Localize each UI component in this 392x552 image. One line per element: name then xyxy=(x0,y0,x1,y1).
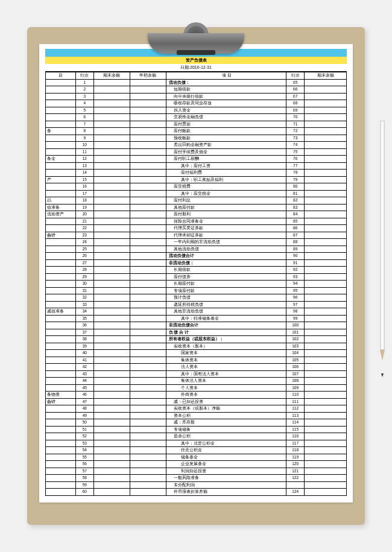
table-row: 56企业发展基金120 xyxy=(46,461,347,468)
table-row: 备物资46外商资本110 xyxy=(46,392,347,399)
table-row: 减值准备34其他非流动负债98 xyxy=(46,308,347,316)
table-row: 36非流动负债合计100 xyxy=(46,322,347,329)
table-header-row: 目 行次 期末余额 年初余额 项 目 行次 期末余额 xyxy=(46,72,347,80)
table-row: 产15其中：职工奖励及福利79 xyxy=(46,176,347,183)
table-row: 54任意公积金118 xyxy=(46,447,347,454)
table-row: 44集体法人资本108 xyxy=(46,378,347,385)
table-row: 17其中：应交税金81 xyxy=(46,190,347,197)
table-row: 10卖出回购金融资产款74 xyxy=(46,142,347,149)
table-row: 45个人资本109 xyxy=(46,384,347,392)
table-row: 48实收资本（或股本）净额112 xyxy=(46,405,347,413)
table-row: 57利润归还投资121 xyxy=(46,468,347,475)
table-row: 21保险合同准备金85 xyxy=(46,218,347,225)
table-row: 41集体资本105 xyxy=(46,357,347,364)
col-header: 年初余额 xyxy=(130,72,166,80)
table-row: 26流动负债合计90 xyxy=(46,253,347,260)
table-row: 39实收资本（股本）103 xyxy=(46,343,347,350)
col-header: 期末余额 xyxy=(93,72,130,80)
table-row: 51专项储备115 xyxy=(46,426,347,433)
col-header: 项 目 xyxy=(166,72,286,80)
table-row: 52盈余公积116 xyxy=(46,433,347,440)
table-row: 流动资产20应付股利84 xyxy=(46,211,347,218)
col-header: 行次 xyxy=(286,72,305,80)
table-row: 30长期应付款94 xyxy=(46,281,347,288)
table-row: 60外币报表折算差额124 xyxy=(46,489,347,496)
table-row: 品18应付利息82 xyxy=(46,197,347,205)
table-row: 40国家资本104 xyxy=(46,350,347,357)
table-row: 16应交税费80 xyxy=(46,183,347,191)
pencil-graphic xyxy=(380,121,385,374)
table-row: 43其中：国有法人资本107 xyxy=(46,370,347,378)
table-row: 22代理买卖证券款86 xyxy=(46,225,347,232)
table-row: 7应付票据71 xyxy=(46,121,347,128)
table-row: 27非流动负债：91 xyxy=(46,259,347,267)
table-row: 3向中央银行借款67 xyxy=(46,93,347,100)
table-row: 31专项应付款95 xyxy=(46,287,347,294)
balance-sheet-table: 目 行次 期末余额 年初余额 项 目 行次 期末余额 1流动负债：652短期借款… xyxy=(45,72,347,496)
table-row: 25其他流动负债89 xyxy=(46,246,347,253)
table-row: 58一般风险准备122 xyxy=(46,475,347,482)
paper-sheet: 资产负债表 日期:2016-12-31 目 行次 期末余额 年初余额 项 目 行… xyxy=(39,44,353,503)
col-header: 行次 xyxy=(75,72,93,80)
table-row: 9预收账款73 xyxy=(46,135,347,142)
table-row: 5拆入资金69 xyxy=(46,107,347,114)
table-row: 6交易性金融负债70 xyxy=(46,114,347,121)
table-row: 35其中：特准储备基金99 xyxy=(46,315,347,322)
table-row: 13其中：应付工资77 xyxy=(46,162,347,170)
clipboard-frame: 资产负债表 日期:2016-12-31 目 行次 期末余额 年初余额 项 目 行… xyxy=(27,27,365,525)
table-row: 37负 债 合 计101 xyxy=(46,329,347,336)
title-bar-yellow: 资产负债表 xyxy=(45,57,347,64)
table-row: 53其中：法定公积金117 xyxy=(46,440,347,447)
table-row: 38所有者权益（或股东权益）：102 xyxy=(46,336,347,343)
table-row: 42法人资本106 xyxy=(46,364,347,371)
col-header: 目 xyxy=(46,72,76,80)
table-row: 32预计负债96 xyxy=(46,294,347,302)
table-row: 14应付福利费78 xyxy=(46,170,347,177)
table-row: 49资本公积113 xyxy=(46,412,347,419)
table-row: 备8应付账款72 xyxy=(46,128,347,135)
table-row: 33递延所得税负债97 xyxy=(46,301,347,308)
clipboard-clip xyxy=(142,22,250,56)
table-row: 2短期借款66 xyxy=(46,86,347,94)
col-header: 期末余额 xyxy=(305,72,347,80)
table-row: 值准备19其他应付款83 xyxy=(46,204,347,211)
table-row: 29应付债券93 xyxy=(46,273,347,281)
table-row: 11应付手续费及佣金75 xyxy=(46,148,347,156)
table-row: 合计23代理承销证券款87 xyxy=(46,232,347,239)
table-row: 24一年内到期的非流动负债88 xyxy=(46,239,347,246)
table-row: 28长期借款92 xyxy=(46,267,347,274)
table-row: 4吸收存款及同业存放68 xyxy=(46,100,347,107)
table-row: 备金12应付职工薪酬76 xyxy=(46,156,347,163)
table-row: 55储备基金119 xyxy=(46,454,347,461)
table-row: 50减：库存股114 xyxy=(46,419,347,427)
table-row: 1流动负债：65 xyxy=(46,79,347,86)
table-row: 59未分配利润 xyxy=(46,481,347,489)
table-row: 合计47减：已归还投资111 xyxy=(46,398,347,405)
date-row: 日期:2016-12-31 xyxy=(45,64,347,72)
